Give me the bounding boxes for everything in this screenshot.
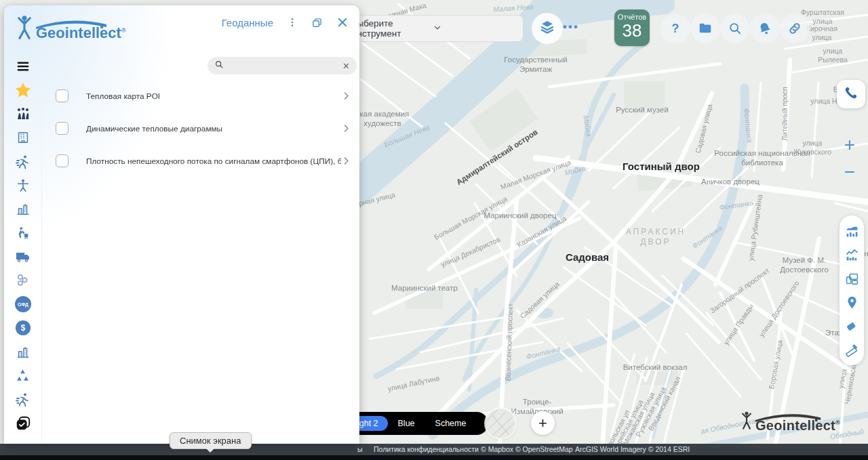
map-tool-pin[interactable] (844, 295, 859, 310)
area-chart-icon (845, 248, 859, 262)
sidebar-item-11[interactable]: $ (4, 320, 41, 339)
chevron-down-icon (433, 23, 513, 35)
topbar-button-question[interactable]: ? (660, 14, 690, 43)
layer-checkbox[interactable] (56, 122, 68, 135)
topbar-button-folder[interactable] (690, 14, 720, 43)
devices-icon (845, 272, 859, 286)
footer-link[interactable]: Политика конфиденциальности (374, 445, 479, 453)
kebab-menu-icon[interactable] (287, 17, 298, 28)
watermark-person-icon (741, 411, 753, 434)
layer-list: Тепловая карта POIДинамические тепловые … (42, 85, 355, 183)
sidebar-item-15[interactable] (4, 415, 41, 434)
chart-widget-icon (845, 224, 859, 238)
svg-text:$: $ (20, 324, 25, 333)
layer-checkbox[interactable] (56, 154, 68, 167)
layer-label: Плотность непешеходного потока по сигнал… (86, 156, 341, 166)
sidebar-item-12[interactable] (4, 344, 41, 363)
layer-row-0[interactable]: Тепловая карта POI (42, 85, 355, 106)
sidebar-item-8[interactable] (4, 249, 41, 268)
basemap-option-scheme[interactable]: Scheme (425, 419, 477, 428)
chevron-right-icon[interactable] (341, 156, 351, 166)
topbar-button-bell[interactable] (750, 14, 780, 43)
more-tools-button[interactable]: ••• (563, 20, 579, 34)
menu-icon (16, 59, 31, 77)
screenshot-button[interactable]: Снимок экрана (170, 432, 252, 449)
runner-icon (15, 154, 31, 173)
sidebar-item-0[interactable] (4, 58, 41, 77)
porter-icon (16, 226, 31, 243)
sidebar-item-5[interactable] (4, 177, 41, 196)
layers-check-icon (15, 415, 31, 434)
basemap-switcher: Light 2BlueScheme (340, 412, 488, 435)
phone-icon (844, 85, 859, 103)
restore-window-icon[interactable] (311, 17, 323, 28)
search-input[interactable] (228, 60, 338, 71)
building-icon (16, 130, 31, 148)
city-icon (16, 202, 31, 219)
hexagons-icon (15, 272, 31, 291)
question-icon: ? (672, 22, 679, 36)
zoom-in-button[interactable]: + (840, 135, 859, 154)
footer-text: ы (357, 445, 363, 453)
recycle-icon (15, 368, 31, 386)
ofd-circle-icon: ОФД (14, 295, 32, 316)
topbar-button-search[interactable] (720, 14, 750, 43)
sidebar-item-3[interactable] (4, 129, 41, 148)
sidebar-item-13[interactable] (4, 368, 41, 387)
sidebar-item-6[interactable] (4, 201, 41, 220)
search-field[interactable]: ✕ (208, 57, 357, 75)
pedestrian-flow-icon (15, 106, 31, 125)
chevron-right-icon[interactable] (341, 91, 351, 101)
sidebar-item-1[interactable] (4, 82, 41, 101)
sidebar-item-7[interactable] (4, 225, 41, 244)
sidebar-item-2[interactable] (4, 106, 41, 125)
bottom-strip (0, 455, 868, 460)
basemap-option-blue[interactable]: Blue (388, 419, 425, 428)
search-icon (214, 60, 224, 72)
folder-icon (698, 21, 713, 36)
sidebar-item-9[interactable] (4, 272, 41, 291)
sidebar-item-10[interactable]: ОФД (4, 296, 41, 315)
dollar-circle-icon: $ (15, 320, 31, 339)
sidebar-item-4[interactable] (4, 154, 41, 173)
layer-row-2[interactable]: Плотность непешеходного потока по сигнал… (42, 150, 355, 171)
layer-label: Динамические тепловые диаграммы (86, 124, 341, 133)
search-icon (728, 21, 743, 36)
reports-badge[interactable]: Отчётов 38 (614, 9, 650, 46)
layers-button[interactable] (532, 13, 563, 44)
geointellect-app: { "panel": { "brand": {"name": "Geointel… (0, 0, 868, 460)
phone-button[interactable] (837, 80, 865, 108)
person-icon (16, 178, 31, 196)
map-tool-eraser[interactable] (844, 318, 859, 333)
bell-icon (757, 21, 772, 36)
pin-icon (845, 295, 859, 310)
zoom-out-button[interactable]: − (840, 163, 859, 182)
map-tools-panel (840, 215, 864, 365)
clear-search-icon[interactable]: ✕ (342, 62, 350, 70)
tool-select-value: выберите инструмент (352, 18, 433, 39)
map-tool-devices[interactable] (844, 271, 859, 286)
truck-icon (15, 249, 31, 268)
map-tool-measure[interactable] (844, 342, 859, 357)
layer-label: Тепловая карта POI (86, 91, 341, 101)
attribution-footer: ыПолитика конфиденциальности© Mapbox © O… (0, 444, 868, 455)
layer-checkbox[interactable] (56, 89, 68, 102)
geodata-panel-window: Geointellect® Геоданные ✕ ОФД$ Тепловая … (4, 5, 359, 444)
chevron-right-icon[interactable] (341, 123, 351, 133)
close-icon[interactable] (336, 16, 349, 28)
layer-row-1[interactable]: Динамические тепловые диаграммы (42, 118, 355, 139)
sidebar-item-14[interactable] (4, 392, 41, 411)
topbar-button-link[interactable] (780, 14, 810, 43)
map-tool-area-chart[interactable] (844, 247, 859, 262)
brand-logo: Geointellect® (16, 15, 126, 43)
map-tool-chart-widget[interactable] (844, 224, 859, 238)
layers-icon (539, 19, 555, 38)
runner-alt-icon (15, 392, 31, 411)
watermark-text: Geointellect® (755, 418, 840, 434)
svg-text:ОФД: ОФД (17, 302, 28, 308)
tool-select-dropdown[interactable]: выберите инструмент (340, 15, 524, 42)
eraser-icon (845, 319, 859, 333)
footer-text: © Mapbox © OpenStreetMap (481, 445, 573, 453)
basemap-preview[interactable] (486, 409, 515, 438)
basemap-add-button[interactable]: + (531, 411, 555, 435)
